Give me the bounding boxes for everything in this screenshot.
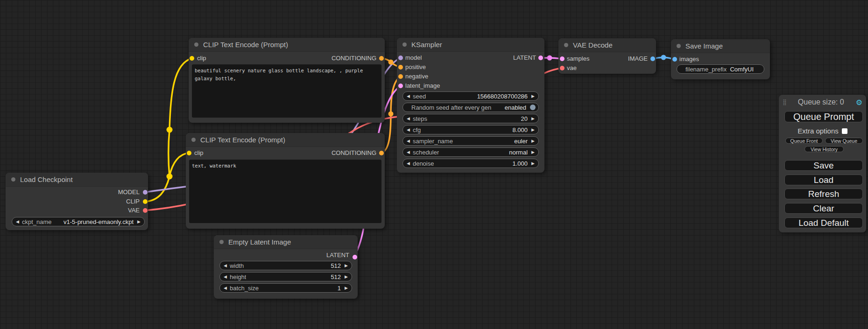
- toggle-on-icon[interactable]: [530, 105, 536, 110]
- increment-arrow-icon[interactable]: ▶: [531, 92, 535, 100]
- widget-value: 512: [331, 262, 341, 269]
- view-queue-button[interactable]: View Queue: [825, 138, 863, 144]
- model-input-port[interactable]: [398, 56, 403, 60]
- clear-button[interactable]: Clear: [784, 203, 863, 214]
- node-status-dot: [11, 177, 15, 182]
- widget-label: Random seed after every gen: [411, 104, 491, 111]
- decrement-arrow-icon[interactable]: ◀: [16, 217, 19, 226]
- reroute-dot-negative[interactable]: [388, 112, 394, 117]
- samples-input-port[interactable]: [560, 56, 565, 61]
- widget-label: filename_prefix: [685, 66, 727, 73]
- widget-label: width: [230, 262, 244, 269]
- drag-handle-icon[interactable]: ⣿: [783, 99, 786, 105]
- input-label-model: model: [405, 54, 422, 62]
- input-label-negative: negative: [405, 73, 428, 80]
- widget-value: v1-5-pruned-emaonly.ckpt: [64, 218, 134, 225]
- decrement-arrow-icon[interactable]: ◀: [224, 273, 227, 281]
- sampler-name-widget[interactable]: ◀ sampler_name euler ▶: [402, 136, 539, 146]
- save-button[interactable]: Save: [784, 160, 863, 171]
- height-widget[interactable]: ◀ height 512 ▶: [219, 272, 352, 281]
- decrement-arrow-icon[interactable]: ◀: [224, 284, 227, 292]
- decrement-arrow-icon[interactable]: ◀: [407, 114, 410, 123]
- increment-arrow-icon[interactable]: ▶: [345, 273, 348, 281]
- widget-value: 512: [331, 273, 341, 280]
- queue-front-button[interactable]: Queue Front: [785, 138, 823, 144]
- increment-arrow-icon[interactable]: ▶: [531, 137, 535, 145]
- ckpt-name-widget[interactable]: ◀ ckpt_name v1-5-pruned-emaonly.ckpt ▶: [12, 217, 145, 226]
- clip-output-port[interactable]: [143, 199, 148, 204]
- prompt-textarea[interactable]: beautiful scenery nature glass bottle la…: [192, 64, 381, 118]
- latent-image-input-port[interactable]: [398, 84, 403, 88]
- node-clip-text-encode-1[interactable]: CLIP Text Encode (Prompt) clip CONDITION…: [189, 38, 385, 123]
- decrement-arrow-icon[interactable]: ◀: [407, 137, 410, 145]
- decrement-arrow-icon[interactable]: ◀: [407, 159, 410, 168]
- decrement-arrow-icon[interactable]: ◀: [224, 261, 227, 270]
- increment-arrow-icon[interactable]: ▶: [345, 284, 348, 292]
- filename-prefix-widget[interactable]: filename_prefix ComfyUI: [677, 64, 764, 74]
- node-clip-text-encode-2[interactable]: CLIP Text Encode (Prompt) clip CONDITION…: [186, 133, 385, 229]
- input-label-positive: positive: [405, 63, 426, 71]
- width-widget[interactable]: ◀ width 512 ▶: [219, 261, 352, 270]
- latent-output-port[interactable]: [353, 255, 357, 259]
- increment-arrow-icon[interactable]: ▶: [531, 114, 535, 123]
- node-ksampler[interactable]: KSampler model positive negative latent_…: [397, 38, 544, 173]
- seed-widget[interactable]: ◀ seed 156680208700286 ▶: [402, 91, 539, 101]
- reroute-dot-clip-upper[interactable]: [167, 127, 173, 133]
- load-default-button[interactable]: Load Default: [784, 217, 863, 228]
- positive-input-port[interactable]: [398, 65, 403, 70]
- decrement-arrow-icon[interactable]: ◀: [407, 92, 410, 100]
- steps-widget[interactable]: ◀ steps 20 ▶: [402, 114, 539, 123]
- denoise-widget[interactable]: ◀ denoise 1.000 ▶: [402, 159, 539, 168]
- refresh-button[interactable]: Refresh: [784, 189, 863, 199]
- gear-icon[interactable]: ⚙: [856, 98, 862, 107]
- node-status-dot: [194, 42, 198, 47]
- increment-arrow-icon[interactable]: ▶: [137, 217, 141, 226]
- extra-options-checkbox[interactable]: [842, 128, 847, 134]
- images-input-port[interactable]: [672, 57, 677, 62]
- clip-input-port[interactable]: [190, 56, 194, 61]
- node-load-checkpoint[interactable]: Load Checkpoint MODEL CLIP VAE ◀ ckpt_na…: [6, 173, 148, 230]
- batch-size-widget[interactable]: ◀ batch_size 1 ▶: [219, 283, 352, 293]
- output-label-latent: LATENT: [326, 252, 349, 259]
- input-label-images: images: [679, 56, 699, 63]
- latent-output-port[interactable]: [538, 56, 543, 60]
- increment-arrow-icon[interactable]: ▶: [531, 126, 535, 134]
- conditioning-output-port[interactable]: [379, 56, 384, 61]
- decrement-arrow-icon[interactable]: ◀: [407, 148, 410, 156]
- clip-input-port[interactable]: [187, 151, 191, 155]
- node-empty-latent-image[interactable]: Empty Latent Image LATENT ◀ width 512 ▶ …: [214, 235, 358, 299]
- queue-prompt-button[interactable]: Queue Prompt: [784, 111, 863, 122]
- reroute-dot-clip-lower[interactable]: [167, 174, 173, 180]
- queue-panel[interactable]: ⣿ Queue size: 0 ⚙ Queue Prompt Extra opt…: [779, 95, 866, 232]
- scheduler-widget[interactable]: ◀ scheduler normal ▶: [402, 147, 539, 157]
- reroute-dot-positive[interactable]: [388, 60, 394, 65]
- vae-output-port[interactable]: [143, 208, 148, 213]
- cfg-widget[interactable]: ◀ cfg 8.000 ▶: [402, 125, 539, 134]
- decrement-arrow-icon[interactable]: ◀: [407, 126, 410, 134]
- view-history-button[interactable]: View History: [804, 146, 844, 152]
- load-button[interactable]: Load: [784, 175, 863, 185]
- node-vae-decode[interactable]: VAE Decode samples vae IMAGE: [558, 38, 656, 74]
- reroute-dot-image[interactable]: [661, 55, 666, 60]
- increment-arrow-icon[interactable]: ▶: [345, 261, 348, 270]
- increment-arrow-icon[interactable]: ▶: [531, 148, 535, 156]
- conditioning-output-port[interactable]: [379, 151, 384, 155]
- node-status-dot: [564, 43, 568, 47]
- widget-value: 1.000: [513, 160, 528, 167]
- output-label-clip: CLIP: [126, 198, 140, 205]
- reroute-dot-latent[interactable]: [547, 56, 552, 61]
- model-output-port[interactable]: [143, 190, 148, 195]
- node-graph-canvas[interactable]: Load Checkpoint MODEL CLIP VAE ◀ ckpt_na…: [0, 0, 868, 329]
- random-seed-toggle-widget[interactable]: Random seed after every gen enabled: [402, 103, 539, 112]
- image-output-port[interactable]: [650, 56, 655, 61]
- increment-arrow-icon[interactable]: ▶: [531, 159, 535, 168]
- widget-label: height: [230, 273, 246, 280]
- widget-label: seed: [413, 93, 426, 100]
- vae-input-port[interactable]: [560, 66, 565, 70]
- input-label-vae: vae: [567, 64, 577, 72]
- node-save-image[interactable]: Save Image images filename_prefix ComfyU…: [671, 39, 770, 79]
- node-title: KSampler: [411, 41, 442, 49]
- prompt-textarea[interactable]: text, watermark: [189, 160, 381, 223]
- negative-input-port[interactable]: [398, 74, 403, 79]
- widget-label: sampler_name: [413, 138, 453, 145]
